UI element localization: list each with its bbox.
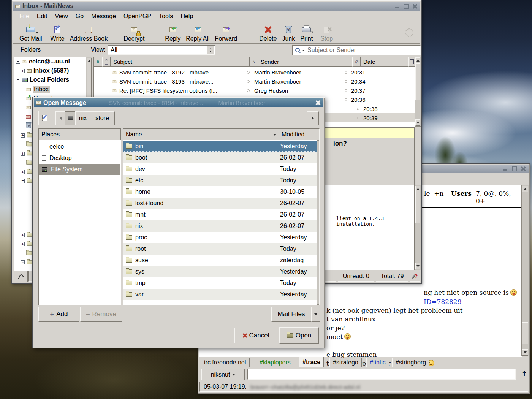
view-combo-arrows-icon[interactable] xyxy=(207,46,214,54)
search-input[interactable] xyxy=(307,46,418,54)
column-picker[interactable] xyxy=(408,57,415,66)
file-row[interactable]: boot26-02-07 xyxy=(124,152,317,163)
read-dot-icon[interactable] xyxy=(345,80,347,83)
menu-tools[interactable]: Tools xyxy=(155,12,176,21)
minimize-icon[interactable] xyxy=(502,166,509,172)
subject-column-header[interactable]: Subject xyxy=(111,57,250,66)
message-row[interactable]: SVN commit: trace - 8193 - mbrave... Mar… xyxy=(94,77,415,86)
scroll-down-icon[interactable] xyxy=(415,263,420,269)
sender-column-header[interactable]: Sender xyxy=(258,57,352,66)
file-row[interactable]: nix26-02-07 xyxy=(124,220,317,232)
tree-item-drafts-icon[interactable] xyxy=(26,104,31,111)
path-forward-button[interactable] xyxy=(307,111,319,125)
junk-button[interactable]: Junk xyxy=(279,23,298,43)
chevron-down-icon[interactable] xyxy=(311,32,314,33)
add-bookmark-button[interactable]: +Add xyxy=(38,307,79,322)
reply-all-button[interactable]: ↩ Reply All xyxy=(183,23,212,43)
close-icon[interactable] xyxy=(520,166,526,172)
tree-item-templates-icon[interactable] xyxy=(26,113,31,120)
flag-column-header[interactable] xyxy=(94,57,102,66)
scrollbar-thumb[interactable] xyxy=(415,192,420,223)
tree-item-inbox-local[interactable]: Inbox xyxy=(26,86,50,93)
file-list-scrollbar[interactable] xyxy=(317,140,319,305)
address-book-button[interactable]: Address Book xyxy=(67,23,111,43)
path-segment-store[interactable]: store xyxy=(90,111,115,125)
file-row[interactable]: devToday xyxy=(124,163,317,175)
file-row[interactable]: sysYesterday xyxy=(124,266,317,277)
place-file-system[interactable]: File System xyxy=(39,164,120,175)
file-row[interactable]: varYesterday xyxy=(124,289,317,300)
message-pane-scrollbar[interactable] xyxy=(415,185,421,270)
tree-folder-row[interactable] xyxy=(21,259,33,266)
offline-indicator[interactable] xyxy=(14,271,28,282)
read-dot-icon[interactable] xyxy=(345,71,347,74)
write-button[interactable]: Write xyxy=(48,23,67,43)
tab-stratego[interactable]: #stratego xyxy=(329,358,362,367)
open-message-dialog[interactable]: Open Message SVN commit: trace - 8194 - … xyxy=(32,97,325,348)
get-mail-button[interactable]: ↓ Get Mail xyxy=(17,23,45,43)
menu-file[interactable]: File xyxy=(16,12,33,21)
file-row[interactable]: etcToday xyxy=(124,175,317,186)
expander-icon[interactable] xyxy=(16,60,20,64)
tree-folder-row[interactable] xyxy=(21,132,33,139)
file-row[interactable]: mnt26-02-07 xyxy=(124,209,317,220)
scroll-down-icon[interactable] xyxy=(522,349,528,356)
menu-help[interactable]: Help xyxy=(177,12,196,21)
scroll-down-icon[interactable] xyxy=(415,119,420,126)
file-row[interactable]: rootToday xyxy=(124,243,317,255)
reply-button[interactable]: ↩ Reply xyxy=(162,23,183,43)
menu-message[interactable]: Message xyxy=(88,12,119,21)
file-row[interactable]: tmpToday xyxy=(124,277,317,289)
tree-folder-row[interactable] xyxy=(21,178,33,184)
nick-button[interactable]: niksnut xyxy=(201,369,245,380)
tree-folder-row[interactable] xyxy=(26,141,32,148)
search-box[interactable] xyxy=(292,45,421,55)
scrollbar-thumb[interactable] xyxy=(87,64,92,99)
file-row[interactable]: procYesterday xyxy=(124,232,317,243)
enigmail-status-icon[interactable]: ? xyxy=(410,271,420,282)
message-list-scrollbar[interactable] xyxy=(415,57,421,127)
tab-trace[interactable]: #trace xyxy=(299,357,324,367)
scrollbar-thumb[interactable] xyxy=(415,63,420,100)
view-combobox[interactable]: All xyxy=(108,45,215,55)
chat-link[interactable]: ID=782829 xyxy=(424,298,462,306)
modified-column-header[interactable]: Modified xyxy=(279,129,319,140)
minimize-icon[interactable] xyxy=(394,3,401,9)
tree-item-inbox-account[interactable]: Inbox (5587) xyxy=(21,67,69,74)
read-dot-icon[interactable] xyxy=(247,89,250,92)
maximize-icon[interactable] xyxy=(511,166,518,172)
filter-combobox[interactable]: Mail Files xyxy=(271,307,320,322)
menu-go[interactable]: Go xyxy=(72,12,87,21)
places-header[interactable]: Places xyxy=(39,129,121,140)
tab-klaplopers[interactable]: #klaplopers xyxy=(256,358,294,367)
read-dot-icon[interactable] xyxy=(345,89,347,92)
message-row[interactable]: SVN commit: trace - 8192 - mbrave... Mar… xyxy=(94,68,415,77)
tree-item-account[interactable]: eelco@...uu.nl xyxy=(16,58,70,65)
maximize-icon[interactable] xyxy=(403,3,409,9)
tree-folder-row[interactable] xyxy=(21,169,33,175)
type-filename-toggle[interactable] xyxy=(38,111,51,125)
history-up-icon[interactable]: ↑ xyxy=(521,370,527,378)
place-desktop[interactable]: Desktop xyxy=(39,152,120,164)
tree-folder-row[interactable] xyxy=(26,250,32,256)
tree-item-local-folders[interactable]: Local Folders xyxy=(16,76,69,83)
read-dot-icon[interactable] xyxy=(357,117,359,119)
close-icon[interactable] xyxy=(412,3,418,9)
expander-icon[interactable] xyxy=(16,78,20,82)
mail-titlebar[interactable]: Inbox - Mail/News xyxy=(13,2,420,11)
path-root-button[interactable] xyxy=(65,111,76,125)
thread-column-header[interactable]: ∿ xyxy=(250,57,258,66)
read-dot-icon[interactable] xyxy=(247,71,250,74)
file-row[interactable]: binYesterday xyxy=(124,141,317,152)
delete-button[interactable]: Delete xyxy=(256,23,279,43)
forward-button[interactable]: ↪ Forward xyxy=(212,23,240,43)
tab-tintic[interactable]: #tintic xyxy=(366,358,389,367)
junk-column-header[interactable]: ⊘ xyxy=(352,57,361,66)
path-back-button[interactable] xyxy=(55,111,66,125)
file-row[interactable]: susezaterdag xyxy=(124,255,317,266)
filter-dropdown-arrow[interactable] xyxy=(311,307,320,322)
attachment-column-header[interactable] xyxy=(102,57,111,66)
menu-edit[interactable]: Edit xyxy=(33,12,51,21)
cancel-button[interactable]: Cancel xyxy=(234,328,277,343)
scrollbar-thumb[interactable] xyxy=(522,322,528,344)
